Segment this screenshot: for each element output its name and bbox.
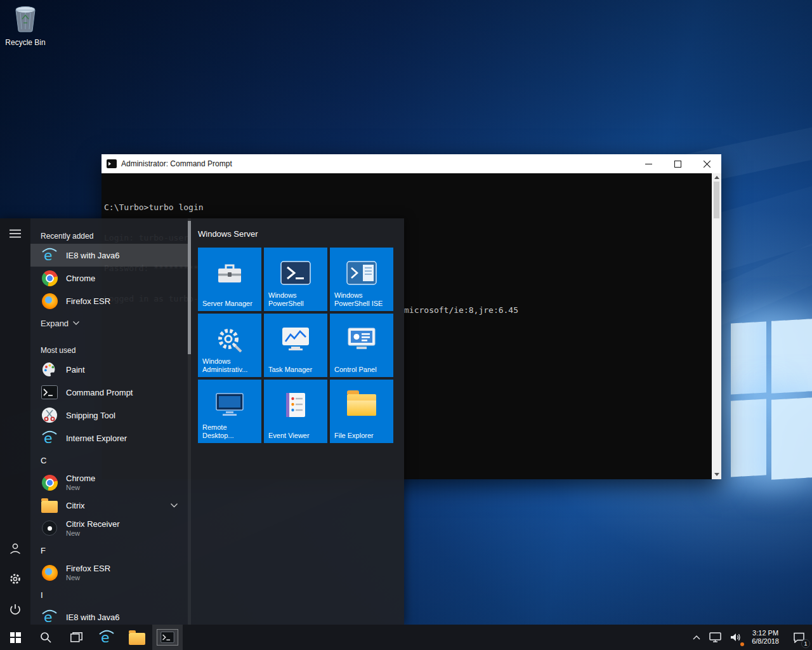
recycle-bin-desktop-icon[interactable]: Recycle Bin (1, 5, 49, 47)
power-button[interactable] (0, 594, 30, 625)
control-panel-icon (330, 324, 393, 354)
tile-file-explorer[interactable]: File Explorer (330, 380, 393, 443)
app-item-chrome-new[interactable]: Chrome New (30, 471, 188, 494)
search-button[interactable] (30, 625, 61, 650)
section-letter-f[interactable]: F (30, 540, 188, 561)
settings-button[interactable] (0, 564, 30, 594)
network-icon (709, 632, 721, 642)
chevron-up-icon (693, 635, 700, 640)
firefox-icon (41, 564, 58, 581)
scrollbar-thumb[interactable] (714, 182, 719, 218)
app-item-label: Citrix Receiver (66, 519, 120, 529)
remote-desktop-icon (198, 390, 261, 420)
expand-recently-added-button[interactable]: Expand (30, 312, 188, 334)
internet-explorer-icon: e (41, 246, 58, 264)
tile-event-viewer[interactable]: Event Viewer (264, 380, 327, 443)
event-viewer-icon (264, 390, 327, 420)
taskbar-internet-explorer-button[interactable]: e (91, 625, 122, 650)
file-explorer-icon (129, 633, 145, 645)
clock-date: 6/8/2018 (752, 637, 779, 646)
app-item-command-prompt[interactable]: Command Prompt (30, 381, 188, 404)
tile-label: Task Manager (268, 366, 325, 374)
internet-explorer-icon: e (98, 629, 115, 646)
clock-time: 3:12 PM (752, 629, 778, 637)
close-icon (704, 161, 710, 168)
volume-alert-dot (740, 642, 744, 646)
action-center-button[interactable]: 1 (785, 625, 812, 650)
tile-label: Remote Desktop... (202, 423, 259, 440)
taskbar-clock[interactable]: 3:12 PM 6/8/2018 (745, 625, 785, 650)
app-item-label: IE8 with Java6 (66, 251, 120, 260)
hamburger-icon (10, 229, 21, 238)
folder-icon (41, 496, 58, 514)
admin-tools-icon (198, 324, 261, 354)
tile-label: Windows PowerShell (268, 291, 325, 308)
app-item-label: Command Prompt (66, 388, 133, 397)
internet-explorer-icon: e (41, 608, 58, 625)
tile-task-manager[interactable]: Task Manager (264, 314, 327, 377)
app-item-internet-explorer[interactable]: e Internet Explorer (30, 427, 188, 449)
app-item-paint[interactable]: Paint (30, 358, 188, 381)
app-item-citrix-receiver[interactable]: Citrix Receiver New (30, 517, 188, 540)
start-menu: Recently added e IE8 with Java6 Chrome F… (0, 218, 404, 625)
console-scrollbar[interactable] (712, 173, 721, 479)
gear-icon (9, 573, 22, 585)
maximize-icon (674, 161, 681, 168)
app-list-scrollbar-thumb[interactable] (188, 221, 191, 354)
tile-windows-administrative-tools[interactable]: Windows Administrativ... (198, 314, 261, 377)
app-item-label: IE8 with Java6 (66, 613, 120, 622)
start-button[interactable] (0, 625, 30, 650)
tile-group-header[interactable]: Windows Server (198, 229, 398, 239)
scroll-down-icon[interactable] (714, 473, 719, 476)
tile-label: Windows PowerShell ISE (334, 291, 391, 308)
folder-expand-chevron[interactable] (171, 503, 178, 508)
app-folder-citrix[interactable]: Citrix (30, 494, 188, 517)
tile-server-manager[interactable]: Server Manager (198, 248, 261, 311)
system-tray: 3:12 PM 6/8/2018 1 (688, 625, 812, 650)
tile-label: Control Panel (334, 366, 391, 374)
app-item-label: Chrome (66, 474, 95, 483)
close-button[interactable] (692, 154, 721, 173)
minimize-button[interactable] (634, 154, 663, 173)
tile-windows-powershell[interactable]: Windows PowerShell (264, 248, 327, 311)
maximize-button[interactable] (663, 154, 692, 173)
user-account-button[interactable] (0, 533, 30, 564)
tile-label: File Explorer (334, 432, 391, 440)
tile-label: Server Manager (202, 300, 259, 308)
section-letter-c[interactable]: C (30, 449, 188, 471)
task-view-button[interactable] (61, 625, 91, 650)
start-app-list: Recently added e IE8 with Java6 Chrome F… (30, 218, 188, 625)
tile-label: Event Viewer (268, 432, 325, 440)
tile-control-panel[interactable]: Control Panel (330, 314, 393, 377)
app-item-snipping-tool[interactable]: Snipping Tool (30, 404, 188, 427)
app-item-chrome[interactable]: Chrome (30, 267, 188, 289)
minimize-icon (645, 161, 652, 168)
app-list-scrollbar[interactable] (188, 218, 191, 625)
tile-windows-powershell-ise[interactable]: Windows PowerShell ISE (330, 248, 393, 311)
file-explorer-icon (330, 390, 393, 420)
rail-bottom-buttons (0, 533, 30, 625)
show-hidden-icons-button[interactable] (688, 625, 705, 650)
taskbar-command-prompt-button[interactable] (152, 625, 183, 650)
app-item-ie8-with-java6[interactable]: e IE8 with Java6 (30, 244, 188, 267)
search-icon (40, 632, 51, 643)
scroll-up-icon[interactable] (714, 176, 719, 179)
app-item-new-badge: New (66, 574, 110, 581)
volume-button[interactable] (726, 625, 745, 650)
app-item-ie8-with-java6-bottom[interactable]: e IE8 with Java6 (30, 606, 188, 625)
app-item-firefox-esr[interactable]: Firefox ESR (30, 289, 188, 312)
cmd-title-bar[interactable]: Administrator: Command Prompt (102, 154, 721, 173)
chevron-down-icon (73, 321, 79, 325)
user-icon (9, 542, 22, 555)
speaker-icon (730, 632, 741, 642)
app-item-new-badge: New (66, 529, 120, 537)
network-status-button[interactable] (705, 625, 726, 650)
tile-remote-desktop[interactable]: Remote Desktop... (198, 380, 261, 443)
taskbar-file-explorer-button[interactable] (122, 625, 152, 650)
chrome-icon (41, 474, 58, 491)
powershell-ise-icon (330, 258, 393, 288)
recently-added-header: Recently added (30, 229, 188, 244)
section-letter-i[interactable]: I (30, 584, 188, 606)
app-item-firefox-esr-new[interactable]: Firefox ESR New (30, 561, 188, 584)
expand-menu-button[interactable] (0, 218, 30, 249)
